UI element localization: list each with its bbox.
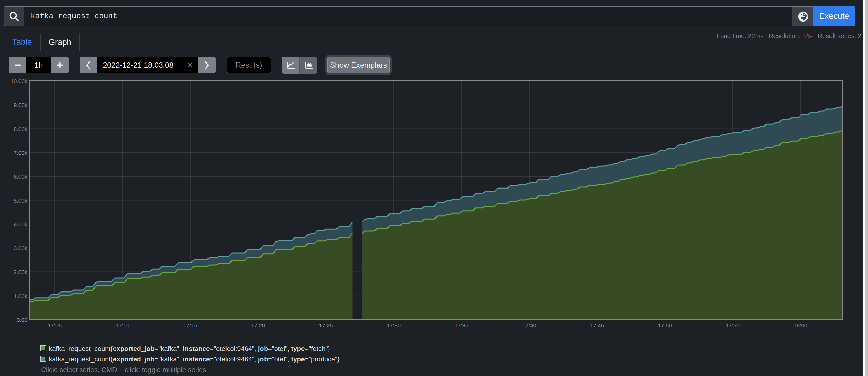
svg-text:6.00k: 6.00k	[14, 174, 28, 180]
svg-text:17:10: 17:10	[116, 322, 129, 329]
svg-text:17:05: 17:05	[48, 322, 62, 329]
svg-text:17:25: 17:25	[319, 322, 333, 329]
svg-text:17:20: 17:20	[251, 322, 265, 329]
svg-text:17:55: 17:55	[725, 322, 740, 329]
svg-text:17:40: 17:40	[522, 322, 536, 329]
svg-text:10.00k: 10.00k	[11, 78, 28, 84]
svg-text:3.00k: 3.00k	[14, 245, 28, 251]
svg-text:5.00k: 5.00k	[14, 198, 28, 204]
svg-text:8.00k: 8.00k	[14, 126, 28, 132]
svg-text:7.00k: 7.00k	[14, 150, 28, 156]
svg-text:17:50: 17:50	[658, 322, 672, 329]
svg-text:17:35: 17:35	[455, 322, 468, 329]
svg-text:18:00: 18:00	[794, 322, 807, 329]
svg-text:9.00k: 9.00k	[14, 102, 28, 108]
svg-text:4.00k: 4.00k	[14, 221, 28, 228]
svg-text:17:15: 17:15	[183, 322, 197, 329]
svg-text:2.00k: 2.00k	[14, 269, 28, 275]
svg-text:1.00k: 1.00k	[14, 293, 28, 299]
svg-text:17:45: 17:45	[590, 322, 604, 329]
svg-text:17:30: 17:30	[386, 322, 401, 329]
svg-text:0.00: 0.00	[17, 317, 27, 323]
